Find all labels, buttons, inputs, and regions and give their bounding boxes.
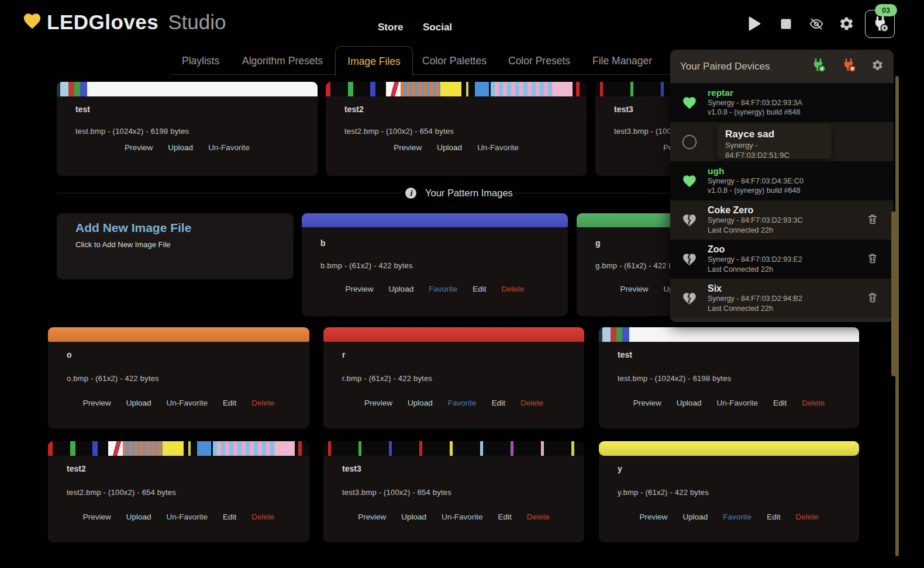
delete-link[interactable]: Delete <box>251 399 274 407</box>
unfavorite-link[interactable]: Un-Favorite <box>208 143 250 152</box>
device-connection: Synergy - 84:F7:03:D2:93:E2 <box>708 255 802 265</box>
disconnect-all-icon[interactable] <box>841 57 856 75</box>
upload-link[interactable]: Upload <box>126 512 151 521</box>
device-row-rayce-sad[interactable]: Rayce sad Synergy - 84:F7:03:D2:51:9C <box>670 122 894 161</box>
favorite-link[interactable]: Favorite <box>723 512 751 521</box>
favorite-link[interactable]: Favorite <box>429 285 457 293</box>
device-settings-gear-icon[interactable] <box>871 59 884 74</box>
preview-link[interactable]: Preview <box>83 512 111 521</box>
image-title: test <box>75 105 90 114</box>
preview-link[interactable]: Preview <box>358 512 386 521</box>
edit-link[interactable]: Edit <box>492 399 505 407</box>
circle-status-icon[interactable] <box>681 134 698 150</box>
heart-favorite-icon[interactable] <box>681 95 698 110</box>
device-row-coke-zero[interactable]: Coke Zero Synergy - 84:F7:03:D2:93:3C La… <box>670 200 894 240</box>
nav-store[interactable]: Store <box>378 22 403 33</box>
preview-link[interactable]: Preview <box>394 143 422 152</box>
upload-link[interactable]: Upload <box>389 285 414 293</box>
delete-link[interactable]: Delete <box>251 512 274 521</box>
edit-link[interactable]: Edit <box>498 512 512 521</box>
tab-color-presets[interactable]: Color Presets <box>508 55 570 67</box>
nav-social[interactable]: Social <box>423 22 452 33</box>
preview-link[interactable]: Preview <box>346 285 374 293</box>
tab-algorithm-presets[interactable]: Algorithm Presets <box>242 55 323 67</box>
device-row-ugh[interactable]: ugh Synergy - 84:F7:03:D4:3E:C0 v1.0.8 -… <box>670 161 894 200</box>
tab-playlists[interactable]: Playlists <box>182 55 219 67</box>
device-name: reptar <box>708 88 802 98</box>
image-meta: test3.bmp - (100x2) - 654 bytes <box>342 488 451 497</box>
preview-link[interactable]: Preview <box>633 399 661 407</box>
info-icon[interactable]: i <box>405 188 416 199</box>
edit-link[interactable]: Edit <box>767 512 780 521</box>
image-meta: r.bmp - (61x2) - 422 bytes <box>342 374 432 383</box>
image-meta: test2.bmp - (100x2) - 654 bytes <box>344 127 454 136</box>
trash-icon[interactable] <box>867 213 878 228</box>
gear-icon[interactable] <box>839 16 854 34</box>
image-title: test3 <box>342 464 361 473</box>
tab-color-palettes[interactable]: Color Palettes <box>422 55 487 67</box>
connect-all-icon[interactable] <box>811 57 826 75</box>
trash-icon[interactable] <box>867 252 878 267</box>
edit-link[interactable]: Edit <box>473 285 486 293</box>
pattern-preview-strip <box>599 441 859 456</box>
broken-heart-icon[interactable] <box>681 252 698 267</box>
upload-link[interactable]: Upload <box>437 143 462 152</box>
device-connection: Synergy - 84:F7:03:D2:93:3A <box>708 98 802 108</box>
upload-link[interactable]: Upload <box>677 399 702 407</box>
delete-link[interactable]: Delete <box>802 399 825 407</box>
section-title: Your Pattern Images <box>425 188 513 199</box>
add-new-image-card[interactable]: Add New Image File Click to Add New Imag… <box>57 213 294 279</box>
unfavorite-link[interactable]: Un-Favorite <box>477 143 519 152</box>
device-name: Six <box>708 283 802 294</box>
pattern-preview-strip <box>48 441 309 456</box>
image-title: r <box>342 350 345 359</box>
upload-link[interactable]: Upload <box>168 143 193 152</box>
image-meta: o.bmp - (61x2) - 422 bytes <box>67 374 159 383</box>
upload-link[interactable]: Upload <box>401 512 426 521</box>
device-connection: Synergy - 84:F7:03:D2:94:B2 <box>708 294 802 304</box>
preview-link[interactable]: Preview <box>364 399 392 407</box>
edit-link[interactable]: Edit <box>773 399 787 407</box>
page-scrollbar[interactable] <box>895 76 899 556</box>
play-button[interactable] <box>749 16 761 33</box>
image-meta: b.bmp - (61x2) - 422 bytes <box>320 261 413 270</box>
delete-link[interactable]: Delete <box>527 512 550 521</box>
eye-off-icon[interactable] <box>808 16 825 34</box>
preview-link[interactable]: Preview <box>640 512 668 521</box>
broken-heart-icon[interactable] <box>681 291 698 306</box>
delete-link[interactable]: Delete <box>501 285 524 293</box>
edit-link[interactable]: Edit <box>223 399 236 407</box>
broken-heart-icon[interactable] <box>681 213 698 228</box>
trash-icon[interactable] <box>867 291 878 306</box>
upload-link[interactable]: Upload <box>408 399 433 407</box>
favorite-card-test2: test2 test2.bmp - (100x2) - 654 bytes Pr… <box>326 82 587 176</box>
edit-link[interactable]: Edit <box>223 512 236 521</box>
tab-image-files[interactable]: Image Files <box>335 46 413 76</box>
pattern-card-y: y y.bmp - (61x2) - 422 bytes Preview Upl… <box>599 441 859 542</box>
device-last-connected: Last Connected 22h <box>708 265 802 275</box>
tab-file-manager[interactable]: File Manager <box>592 55 652 67</box>
unfavorite-link[interactable]: Un-Favorite <box>166 512 208 521</box>
stop-button[interactable] <box>781 19 791 32</box>
delete-link[interactable]: Delete <box>795 512 818 521</box>
device-row-six[interactable]: Six Synergy - 84:F7:03:D2:94:B2 Last Con… <box>670 279 894 318</box>
pattern-preview-strip <box>323 327 584 342</box>
unfavorite-link[interactable]: Un-Favorite <box>442 512 483 521</box>
image-title: test2 <box>67 464 86 473</box>
preview-link[interactable]: Preview <box>620 285 649 293</box>
preview-link[interactable]: Preview <box>83 399 111 407</box>
device-row-reptar[interactable]: reptar Synergy - 84:F7:03:D2:93:3A v1.0.… <box>670 83 894 122</box>
favorite-link[interactable]: Favorite <box>448 399 477 407</box>
device-name: Coke Zero <box>708 205 803 216</box>
unfavorite-link[interactable]: Un-Favorite <box>716 399 758 407</box>
device-row-zoo[interactable]: Zoo Synergy - 84:F7:03:D2:93:E2 Last Con… <box>670 240 894 279</box>
image-title: test2 <box>344 105 364 114</box>
image-title: b <box>320 238 326 248</box>
unfavorite-link[interactable]: Un-Favorite <box>166 399 208 407</box>
delete-link[interactable]: Delete <box>520 399 543 407</box>
upload-link[interactable]: Upload <box>126 399 151 407</box>
heart-favorite-icon[interactable] <box>681 174 698 189</box>
add-new-image-subtitle: Click to Add New Image File <box>75 240 171 249</box>
preview-link[interactable]: Preview <box>125 143 153 152</box>
upload-link[interactable]: Upload <box>683 512 708 521</box>
